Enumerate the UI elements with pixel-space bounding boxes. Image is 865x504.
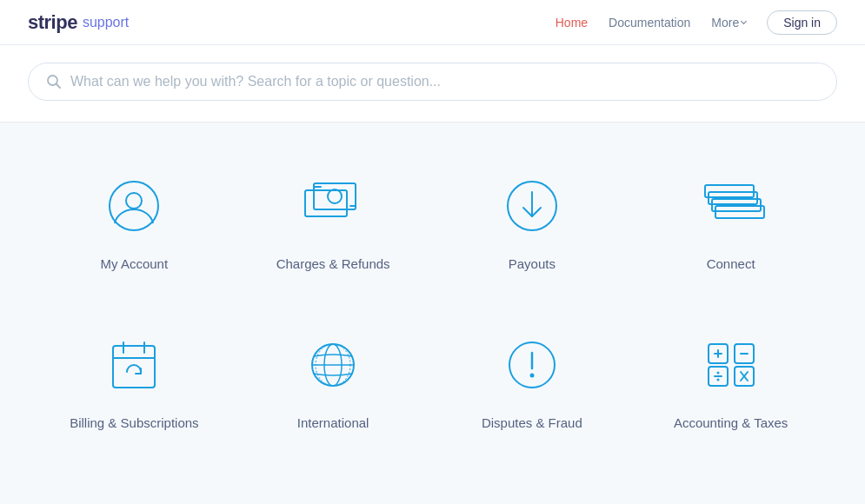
accounting-taxes-label: Accounting & Taxes <box>674 415 788 430</box>
svg-point-3 <box>126 193 142 209</box>
category-charges-refunds[interactable]: Charges & Refunds <box>234 150 433 292</box>
category-disputes-fraud[interactable]: Disputes & Fraud <box>433 309 632 451</box>
support-label: support <box>83 15 129 30</box>
billing-subscriptions-icon <box>99 330 169 400</box>
svg-point-34 <box>716 372 719 375</box>
search-placeholder: What can we help you with? Search for a … <box>70 74 819 90</box>
international-label: International <box>297 415 369 430</box>
my-account-icon <box>99 171 169 241</box>
charges-refunds-icon <box>298 171 368 241</box>
category-payouts[interactable]: Payouts <box>433 150 632 292</box>
chevron-down-icon <box>741 18 747 24</box>
search-icon <box>46 74 62 90</box>
icon-grid: My Account Charges & Refunds <box>35 150 830 451</box>
search-section: What can we help you with? Search for a … <box>0 45 865 123</box>
header: stripe support Home Documentation More S… <box>0 0 865 45</box>
nav-home[interactable]: Home <box>556 16 588 30</box>
logo-group: stripe support <box>28 11 129 34</box>
connect-icon <box>696 171 766 241</box>
disputes-fraud-label: Disputes & Fraud <box>482 415 582 430</box>
category-international[interactable]: International <box>234 309 433 451</box>
search-bar[interactable]: What can we help you with? Search for a … <box>28 63 837 101</box>
international-icon <box>298 330 368 400</box>
accounting-taxes-icon <box>696 330 766 400</box>
svg-point-35 <box>716 379 719 381</box>
svg-point-2 <box>110 182 158 230</box>
svg-point-25 <box>529 374 534 378</box>
connect-label: Connect <box>707 256 755 271</box>
main-nav: Home Documentation More Sign in <box>556 10 837 35</box>
charges-refunds-label: Charges & Refunds <box>276 256 390 271</box>
category-connect[interactable]: Connect <box>631 150 830 292</box>
nav-more[interactable]: More <box>711 16 746 30</box>
category-billing-subscriptions[interactable]: Billing & Subscriptions <box>35 309 234 451</box>
svg-point-6 <box>328 189 342 203</box>
category-my-account[interactable]: My Account <box>35 150 234 292</box>
stripe-logo: stripe <box>28 11 77 34</box>
payouts-label: Payouts <box>509 256 556 271</box>
svg-rect-15 <box>113 346 155 388</box>
sign-in-button[interactable]: Sign in <box>767 10 837 35</box>
nav-documentation[interactable]: Documentation <box>609 16 690 30</box>
disputes-fraud-icon <box>497 330 567 400</box>
categories-grid: My Account Charges & Refunds <box>0 123 865 479</box>
my-account-label: My Account <box>101 256 169 271</box>
payouts-icon <box>497 171 567 241</box>
billing-subscriptions-label: Billing & Subscriptions <box>70 415 198 430</box>
category-accounting-taxes[interactable]: Accounting & Taxes <box>631 309 830 451</box>
svg-line-1 <box>57 84 61 89</box>
